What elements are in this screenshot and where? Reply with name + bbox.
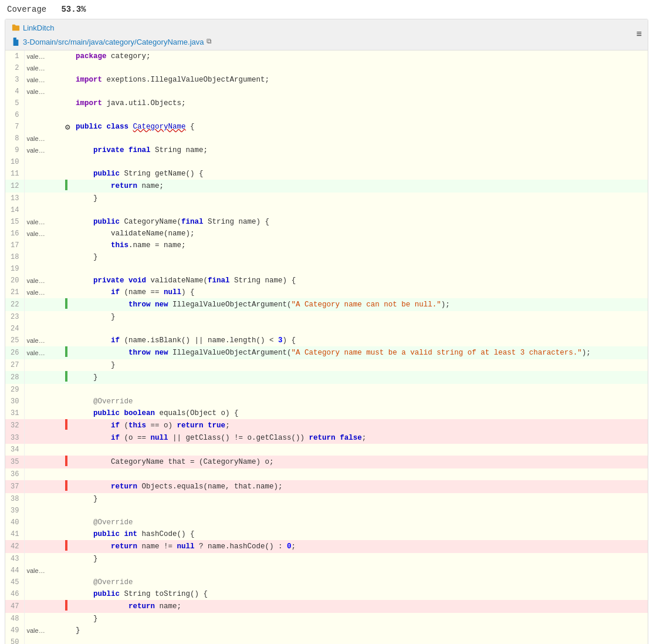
gutter-indicator: [65, 286, 71, 298]
code-line: private final String name;: [71, 144, 648, 156]
line-number: 14: [5, 204, 24, 216]
copy-button[interactable]: ⧉: [207, 38, 212, 46]
table-row: 2vale…: [5, 62, 648, 74]
gutter-indicator: [65, 74, 71, 86]
line-hits: vale…: [24, 625, 65, 636]
line-hits: vale…: [24, 50, 65, 62]
code-line: @Override: [71, 517, 648, 528]
table-row: 5import java.util.Objects;: [5, 97, 648, 109]
line-hits: [24, 180, 65, 193]
hamburger-button[interactable]: ≡: [636, 29, 642, 40]
gutter-indicator: [65, 323, 71, 335]
line-hits: [24, 517, 65, 528]
gutter-indicator: [65, 613, 71, 625]
line-number: 50: [5, 636, 24, 644]
line-hits: [24, 528, 65, 540]
line-hits: vale…: [24, 565, 65, 576]
line-number: 40: [5, 517, 24, 528]
table-row: 7⚙public class CategoryName {: [5, 121, 648, 133]
table-row: 38 }: [5, 493, 648, 505]
gutter-indicator: [65, 553, 71, 565]
table-row: 39: [5, 505, 648, 517]
line-hits: [24, 613, 65, 625]
code-line: public String getName() {: [71, 168, 648, 180]
table-row: 20vale… private void validateName(final …: [5, 275, 648, 286]
table-row: 44vale…: [5, 565, 648, 576]
gutter-indicator: [65, 216, 71, 228]
line-hits: [24, 600, 65, 613]
line-number: 1: [5, 50, 24, 62]
gutter-indicator: [65, 588, 71, 600]
line-hits: [24, 359, 65, 371]
table-row: 3vale…import exeptions.IllegalValueObjec…: [5, 74, 648, 86]
line-number: 24: [5, 323, 24, 335]
table-row: 26vale… throw new IllegalValueObjectArgu…: [5, 346, 648, 359]
table-row: 8vale…: [5, 133, 648, 144]
folder-name: LinkDitch: [23, 23, 54, 32]
line-number: 27: [5, 359, 24, 371]
line-number: 47: [5, 600, 24, 613]
line-number: 48: [5, 613, 24, 625]
line-number: 21: [5, 286, 24, 298]
code-line: [71, 133, 648, 144]
code-line: }: [71, 359, 648, 371]
line-hits: [24, 505, 65, 517]
line-hits: [24, 109, 65, 121]
code-line: [71, 156, 648, 168]
code-line: @Override: [71, 396, 648, 407]
line-hits: vale…: [24, 275, 65, 286]
line-number: 9: [5, 144, 24, 156]
gutter-indicator: [65, 636, 71, 644]
code-line: public String toString() {: [71, 588, 648, 600]
line-hits: [24, 576, 65, 588]
table-row: 11 public String getName() {: [5, 168, 648, 180]
table-row: 23 }: [5, 311, 648, 323]
code-line: [71, 86, 648, 97]
line-hits: vale…: [24, 346, 65, 359]
code-line: }: [71, 613, 648, 625]
table-row: 46 public String toString() {: [5, 588, 648, 600]
line-hits: vale…: [24, 144, 65, 156]
line-hits: [24, 636, 65, 644]
line-number: 22: [5, 298, 24, 311]
table-row: 35 CategoryName that = (CategoryName) o;: [5, 456, 648, 468]
line-number: 7: [5, 121, 24, 133]
line-hits: [24, 384, 65, 396]
line-hits: [24, 204, 65, 216]
gutter-indicator: [65, 493, 71, 505]
code-line: public boolean equals(Object o) {: [71, 407, 648, 419]
gutter-indicator: [65, 456, 71, 468]
gutter-indicator: [65, 600, 71, 613]
gutter-indicator: [65, 168, 71, 180]
line-hits: vale…: [24, 62, 65, 74]
table-row: 49vale…}: [5, 625, 648, 636]
line-hits: [24, 419, 65, 432]
gutter-indicator: [65, 359, 71, 371]
line-hits: vale…: [24, 335, 65, 346]
gutter-indicator: [65, 335, 71, 346]
line-number: 31: [5, 407, 24, 419]
table-row: 16vale… validateName(name);: [5, 228, 648, 240]
table-row: 42 return name != null ? name.hashCode()…: [5, 540, 648, 553]
line-number: 38: [5, 493, 24, 505]
line-number: 23: [5, 311, 24, 323]
table-row: 48 }: [5, 613, 648, 625]
table-row: 15vale… public CategoryName(final String…: [5, 216, 648, 228]
line-hits: [24, 396, 65, 407]
coverage-header: Coverage 53.3%: [0, 0, 653, 19]
table-row: 50: [5, 636, 648, 644]
table-row: 1vale…package category;: [5, 50, 648, 62]
line-hits: vale…: [24, 228, 65, 240]
line-hits: [24, 588, 65, 600]
line-number: 34: [5, 444, 24, 456]
code-line: return name != null ? name.hashCode() : …: [71, 540, 648, 553]
code-line: @Override: [71, 576, 648, 588]
code-line: [71, 109, 648, 121]
file-header-left: LinkDitch 3-Domain/src/main/java/categor…: [11, 23, 212, 46]
line-hits: [24, 121, 65, 133]
gutter-indicator: ⚙: [65, 121, 71, 133]
code-line: [71, 323, 648, 335]
code-line: }: [71, 625, 648, 636]
line-number: 33: [5, 432, 24, 444]
line-number: 18: [5, 251, 24, 263]
